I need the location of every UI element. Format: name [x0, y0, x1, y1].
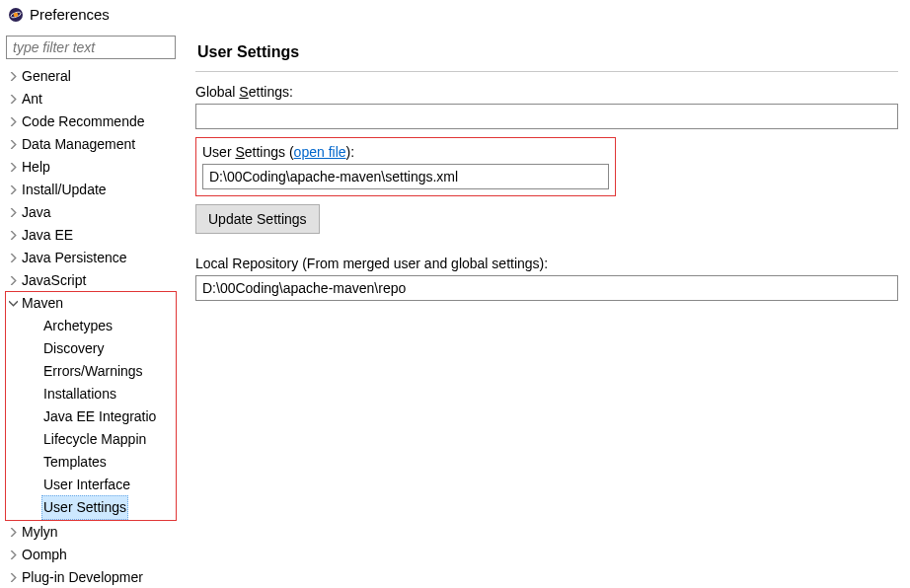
chevron-right-icon: [6, 276, 20, 285]
tree-item-archetypes[interactable]: Archetypes: [28, 315, 176, 337]
tree-item-plugin-development[interactable]: Plug-in Developmer: [6, 566, 179, 588]
tree-item-javascript[interactable]: JavaScript: [6, 269, 179, 292]
open-file-link[interactable]: open file: [294, 144, 346, 160]
chevron-right-icon: [6, 163, 20, 172]
chevron-down-icon: [6, 299, 20, 308]
tree-item-general[interactable]: General: [6, 65, 179, 88]
tree-item-java-ee[interactable]: Java EE: [6, 224, 179, 247]
svg-point-2: [14, 12, 19, 17]
titlebar: Preferences: [0, 0, 910, 34]
highlighted-tree-group: Maven Archetypes Discovery Errors/Warnin…: [5, 291, 177, 521]
chevron-right-icon: [6, 208, 20, 217]
window-title: Preferences: [30, 6, 110, 23]
filter-input[interactable]: [6, 36, 176, 59]
tree-item-data-management[interactable]: Data Management: [6, 133, 179, 156]
chevron-right-icon: [6, 117, 20, 126]
tree-item-errors-warnings[interactable]: Errors/Warnings: [28, 360, 176, 383]
chevron-right-icon: [6, 254, 20, 262]
tree-item-lifecycle-mappings[interactable]: Lifecycle Mappin: [28, 428, 176, 451]
tree-item-ant[interactable]: Ant: [6, 88, 179, 110]
chevron-right-icon: [6, 551, 20, 559]
tree-item-java[interactable]: Java: [6, 201, 179, 224]
tree-item-user-settings[interactable]: User Settings: [28, 496, 176, 519]
highlighted-user-settings: User Settings (open file):: [195, 137, 616, 196]
chevron-right-icon: [6, 231, 20, 240]
tree-item-install-update[interactable]: Install/Update: [6, 179, 179, 201]
tree-item-mylyn[interactable]: Mylyn: [6, 521, 179, 544]
tree-item-oomph[interactable]: Oomph: [6, 544, 179, 566]
tree-item-maven[interactable]: Maven Archetypes Discovery Errors/Warnin…: [6, 292, 176, 519]
chevron-right-icon: [6, 95, 20, 104]
local-repo-label: Local Repository (From merged user and g…: [195, 256, 898, 271]
tree-item-user-interface[interactable]: User Interface: [28, 474, 176, 496]
user-settings-input[interactable]: [202, 164, 609, 189]
tree-item-help[interactable]: Help: [6, 156, 179, 179]
tree-item-code-recommenders[interactable]: Code Recommende: [6, 110, 179, 133]
global-settings-input[interactable]: [195, 104, 898, 129]
page-heading: User Settings: [195, 34, 898, 72]
local-repo-input[interactable]: [195, 275, 898, 301]
chevron-right-icon: [6, 72, 20, 81]
chevron-right-icon: [6, 185, 20, 194]
update-settings-button[interactable]: Update Settings: [195, 204, 320, 234]
eclipse-icon: [8, 7, 24, 23]
preferences-tree: General Ant Code Recommende Data Managem…: [6, 65, 179, 588]
sidebar: General Ant Code Recommende Data Managem…: [0, 34, 184, 588]
tree-item-java-persistence[interactable]: Java Persistence: [6, 247, 179, 269]
tree-item-templates[interactable]: Templates: [28, 451, 176, 474]
chevron-right-icon: [6, 528, 20, 537]
tree-item-installations[interactable]: Installations: [28, 383, 176, 405]
global-settings-label: Global Settings:: [195, 84, 898, 100]
chevron-right-icon: [6, 573, 20, 582]
user-settings-label: User Settings (open file):: [202, 144, 609, 160]
tree-item-javaee-integration[interactable]: Java EE Integratio: [28, 405, 176, 428]
tree-item-discovery[interactable]: Discovery: [28, 337, 176, 360]
main-panel: User Settings Global Settings: User Sett…: [184, 34, 910, 588]
chevron-right-icon: [6, 140, 20, 149]
